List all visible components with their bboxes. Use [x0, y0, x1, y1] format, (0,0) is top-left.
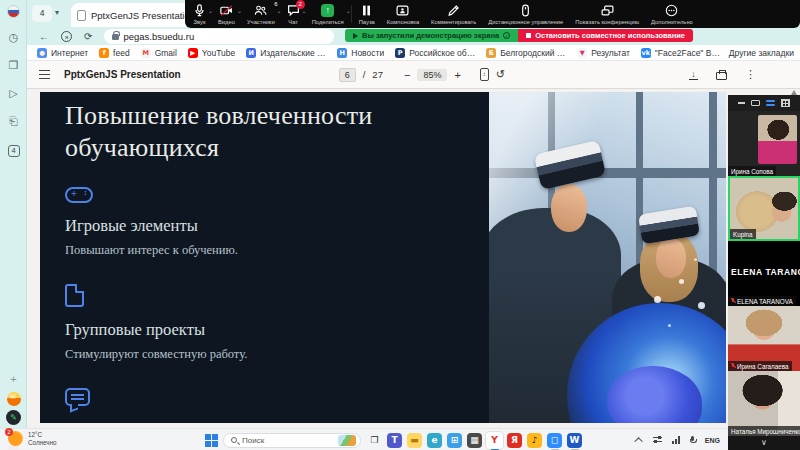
page-number-input[interactable]: 6	[339, 68, 356, 82]
participant-name-label: Наталья Мирошниченко	[728, 426, 800, 436]
participant-tile[interactable]: Ирина Сагалаева	[728, 306, 800, 371]
taskbar-app-icon[interactable]: ⊞	[446, 432, 463, 449]
bookmark-item[interactable]: f feed	[99, 48, 130, 58]
start-button[interactable]	[205, 434, 218, 447]
page-separator: /	[363, 69, 366, 80]
taskbar-app-icon[interactable]: Y	[486, 432, 503, 449]
remote-control-button[interactable]: Дистанционное управление	[482, 0, 569, 28]
add-panel-icon[interactable]: +	[0, 372, 27, 386]
fit-page-button[interactable]: ↕	[480, 68, 489, 81]
taskbar-app-icon[interactable]: ◻	[546, 432, 563, 449]
share-label: Поделиться	[312, 19, 344, 25]
url-text: pegas.bsuedu.ru	[123, 31, 194, 42]
audio-button[interactable]: Звук ⌄	[187, 0, 212, 28]
alice-icon[interactable]: я	[61, 31, 72, 42]
bookmark-item[interactable]: ▶ YouTube	[188, 48, 235, 58]
zoom-out-button[interactable]: −	[404, 69, 410, 81]
show-meeting-button[interactable]: Показать конференцию	[569, 0, 645, 28]
zoom-in-button[interactable]: +	[454, 69, 460, 81]
participants-button[interactable]: Участники 6 ⌄	[241, 0, 281, 28]
bookmark-item[interactable]: M Gmail	[141, 48, 177, 58]
bookmark-favicon: И	[246, 48, 256, 58]
back-icon[interactable]: ←	[39, 31, 49, 42]
share-button[interactable]: ↑ Поделиться ⌄	[306, 0, 350, 28]
sidebar-view-icon-active[interactable]	[766, 100, 775, 107]
bookmark-item[interactable]: Н Новости	[337, 48, 384, 58]
taskbar-app-icon[interactable]: ♪	[526, 432, 543, 449]
history-icon[interactable]: ◷	[0, 30, 27, 44]
app-glyph: ♪	[527, 433, 542, 448]
bookmark-label: YouTube	[202, 48, 235, 58]
participant-tile[interactable]: Наталья Мирошниченко	[728, 371, 800, 436]
screenshot-icon[interactable]: ⎗	[0, 114, 27, 128]
more-ellipsis-icon	[665, 4, 678, 17]
photo-bubbles	[654, 296, 661, 303]
tabs-panel-icon[interactable]: ❐	[0, 58, 27, 72]
taskbar-app-icon[interactable]: e	[426, 432, 443, 449]
taskbar-app-icon[interactable]: T	[386, 432, 403, 449]
pdf-menu-icon[interactable]	[39, 70, 50, 79]
network-bars-icon[interactable]	[672, 436, 679, 444]
participant-tile[interactable]: ELENA TARANOVA ELENA TARANOVA	[728, 241, 800, 306]
collapse-panel-chevron[interactable]: ∨	[728, 436, 800, 450]
tray-mic-icon[interactable]	[690, 436, 695, 445]
bookmarks-bar: ● Интернет f feed M Gmail ▶ YouTube И Из…	[27, 45, 800, 61]
taskbar-app-icon[interactable]: ▬	[406, 432, 423, 449]
taskbar-search[interactable]: Поиск	[223, 433, 361, 448]
participant-display-name: ELENA TARANOVA	[731, 267, 800, 277]
pause-share-button[interactable]: Пауза	[353, 0, 381, 28]
participant-tile[interactable]: Ирина Сопова	[728, 111, 800, 176]
speaker-view-icon[interactable]	[751, 100, 760, 107]
profile-avatar[interactable]	[7, 5, 20, 18]
slide-photo-vr-students	[489, 92, 726, 423]
bookmark-item[interactable]: ▼ Результат	[577, 48, 630, 58]
layout-label: Компоновка	[387, 19, 419, 25]
taskbar-app-icon[interactable]: ❐	[366, 432, 383, 449]
app-glyph: e	[427, 433, 442, 448]
more-button[interactable]: Дополнительно	[645, 0, 699, 28]
layout-button[interactable]: Компоновка	[381, 0, 425, 28]
taskbar-app-icon[interactable]: W	[566, 432, 583, 449]
bookmark-favicon: M	[141, 48, 151, 58]
taskbar-app-icon[interactable]: ▦	[466, 432, 483, 449]
url-field[interactable]: pegas.bsuedu.ru	[104, 29, 334, 44]
sun-icon: 2	[8, 431, 23, 446]
stop-share-button[interactable]: Остановить совместное использование	[518, 29, 693, 42]
bookmark-item[interactable]: Р Российское обще	[395, 48, 475, 58]
mail-icon[interactable]	[7, 392, 21, 406]
bookmark-item[interactable]: vk "Face2Face" Begi	[641, 48, 721, 58]
annotate-button[interactable]: Комментировать	[425, 0, 482, 28]
gallery-view-icon[interactable]	[781, 99, 790, 107]
tab-list-chevron-icon[interactable]: ▾	[55, 8, 59, 17]
play-icon[interactable]: ▷	[0, 86, 27, 100]
bookmark-label: "Face2Face" Begi	[655, 48, 721, 58]
participants-label: Участники	[247, 19, 275, 25]
video-button[interactable]: Видео ⌄	[212, 0, 241, 28]
bookmark-item[interactable]: ● Интернет	[37, 48, 88, 58]
pdf-kebab-menu[interactable]: ⋮	[745, 68, 756, 81]
chat-button[interactable]: Чат 2 ⌄	[281, 0, 306, 28]
settings-sliders-icon[interactable]	[653, 436, 662, 444]
share-chevron-icon[interactable]: ⌄	[346, 7, 351, 14]
download-button[interactable]: ↓	[689, 70, 698, 80]
print-button[interactable]	[716, 72, 727, 80]
bookmark-label: Белгородский гос	[500, 48, 566, 58]
app-glyph: ❐	[367, 433, 382, 448]
refresh-icon[interactable]: ⟳	[84, 31, 92, 42]
rotate-button[interactable]: ↺	[496, 68, 505, 81]
minimize-videos-icon[interactable]	[738, 102, 745, 104]
tab-counter-box[interactable]: 4	[0, 142, 27, 157]
other-bookmarks[interactable]: Другие закладки	[725, 48, 794, 58]
bookmark-item[interactable]: Б Белгородский гос	[486, 48, 566, 58]
participant-name-label: Ирина Сопова	[728, 166, 776, 176]
tab-count-pill[interactable]: 4	[32, 5, 52, 22]
language-indicator[interactable]: ENG	[705, 437, 720, 444]
notes-icon[interactable]: ✎	[6, 410, 21, 425]
participant-tile[interactable]: Kupina	[728, 176, 800, 241]
bookmark-item[interactable]: И Издательские ра	[246, 48, 326, 58]
hidden-icons-chevron[interactable]	[635, 437, 643, 445]
zoom-level[interactable]: 85%	[417, 69, 447, 81]
bookmark-label: Российское обще	[409, 48, 475, 58]
taskbar-app-icon[interactable]: Я	[506, 432, 523, 449]
weather-widget[interactable]: 2 12°C Солнечно	[8, 431, 57, 447]
